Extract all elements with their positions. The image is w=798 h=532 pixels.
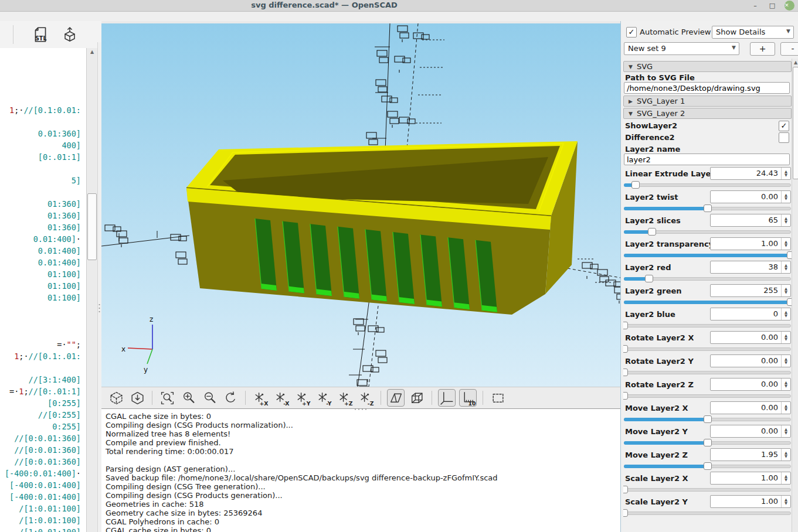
- parameter-spinbox[interactable]: 0▲▼: [710, 308, 791, 320]
- zoom-all-button[interactable]: [158, 389, 176, 407]
- spin-down-button[interactable]: ▼: [785, 197, 787, 200]
- parameter-slider[interactable]: [624, 486, 791, 493]
- console-splitter-grip[interactable]: [354, 408, 368, 410]
- parameter-spinbox[interactable]: 24.43▲▼: [710, 167, 791, 180]
- spin-down-button[interactable]: ▼: [785, 220, 787, 224]
- view-top-button[interactable]: +Z: [336, 389, 354, 407]
- parameter-slider[interactable]: [624, 204, 791, 212]
- measure-button[interactable]: [489, 389, 507, 407]
- slider-handle[interactable]: [623, 369, 628, 376]
- section-header-svg[interactable]: ▼SVG: [623, 61, 792, 72]
- parameter-spinbox[interactable]: 1.00▲▼: [710, 472, 791, 485]
- close-button[interactable]: ✕: [785, 1, 794, 11]
- details-dropdown[interactable]: Show Details ▼: [712, 26, 794, 39]
- spin-down-button[interactable]: ▼: [785, 173, 787, 177]
- section-header-svg-layer-1[interactable]: ▶SVG_Layer 1: [623, 96, 792, 107]
- customizer-scrollbar-handle[interactable]: [793, 67, 798, 179]
- parameter-slider[interactable]: [624, 251, 791, 259]
- remove-preset-button[interactable]: -: [780, 42, 798, 56]
- spin-down-button[interactable]: ▼: [785, 337, 787, 341]
- zoom-out-button[interactable]: [201, 389, 218, 407]
- text-field[interactable]: [624, 154, 790, 165]
- parameter-spinbox[interactable]: 0.00▲▼: [710, 401, 791, 414]
- add-preset-button[interactable]: +: [750, 42, 775, 56]
- show-scale-markers-button[interactable]: 10: [459, 389, 477, 407]
- slider-handle[interactable]: [704, 415, 712, 423]
- view-bottom-button[interactable]: -Z: [357, 389, 375, 407]
- parameter-slider[interactable]: [624, 228, 791, 236]
- editor-scrollbar-handle[interactable]: [87, 193, 97, 260]
- view-left-button[interactable]: -X: [273, 389, 290, 407]
- view-back-button[interactable]: +Y: [294, 389, 311, 407]
- maximize-button[interactable]: □: [768, 1, 777, 11]
- editor-scrollbar[interactable]: ▲: [86, 48, 98, 532]
- slider-handle[interactable]: [648, 228, 656, 236]
- zoom-in-button[interactable]: [179, 389, 197, 407]
- spin-down-button[interactable]: ▼: [785, 502, 787, 505]
- parameter-spinbox[interactable]: 1.00▲▼: [710, 495, 791, 508]
- slider-handle[interactable]: [623, 345, 628, 353]
- minimize-button[interactable]: –: [751, 1, 760, 11]
- scrollbar-up-arrow[interactable]: ▲: [792, 59, 798, 67]
- slider-handle[interactable]: [704, 462, 712, 470]
- parameter-spinbox[interactable]: 0.00▲▼: [710, 354, 791, 367]
- view-orthogonal-button[interactable]: [408, 389, 426, 407]
- spin-down-button[interactable]: ▼: [785, 361, 787, 364]
- parameter-spinbox[interactable]: 0.00▲▼: [710, 425, 791, 438]
- spin-down-button[interactable]: ▼: [785, 244, 787, 247]
- view-preview-button[interactable]: [107, 389, 125, 407]
- slider-handle[interactable]: [645, 275, 653, 282]
- spin-down-button[interactable]: ▼: [785, 384, 787, 388]
- view-perspective-button[interactable]: [387, 389, 405, 407]
- editor-viewport-splitter[interactable]: [97, 42, 101, 532]
- parameter-slider[interactable]: [624, 392, 791, 400]
- slider-handle[interactable]: [704, 204, 712, 212]
- slider-handle[interactable]: [787, 251, 792, 259]
- slider-handle[interactable]: [787, 298, 792, 306]
- parameter-spinbox[interactable]: 0.00▲▼: [710, 331, 791, 344]
- reset-view-button[interactable]: [222, 389, 239, 407]
- text-field[interactable]: [624, 82, 790, 94]
- export-3d-button[interactable]: [60, 25, 80, 45]
- view-render-button[interactable]: [128, 389, 146, 407]
- spin-down-button[interactable]: ▼: [785, 291, 787, 294]
- parameter-checkbox[interactable]: ✓: [779, 121, 789, 131]
- slider-handle[interactable]: [623, 509, 628, 517]
- parameter-spinbox[interactable]: 0.00▲▼: [710, 378, 791, 391]
- customizer-scrollbar[interactable]: ▲: [792, 59, 798, 532]
- spin-down-button[interactable]: ▼: [785, 478, 787, 482]
- spin-down-button[interactable]: ▼: [785, 314, 787, 318]
- parameter-spinbox[interactable]: 38▲▼: [710, 261, 791, 274]
- scrollbar-up-arrow[interactable]: ▲: [87, 48, 97, 56]
- parameter-slider[interactable]: [624, 345, 791, 353]
- parameter-spinbox[interactable]: 1.00▲▼: [710, 237, 791, 250]
- preset-combobox[interactable]: New set 9 ▼: [624, 42, 739, 55]
- parameter-spinbox[interactable]: 0.00▲▼: [710, 190, 791, 203]
- parameter-slider[interactable]: [624, 181, 791, 189]
- slider-handle[interactable]: [631, 181, 640, 189]
- export-stl-button[interactable]: STL: [30, 25, 50, 45]
- code-editor[interactable]: 1;·//[0.1:0.01: 0.01:360]400][0:.01:1] 5…: [0, 48, 86, 532]
- parameter-slider[interactable]: [624, 509, 791, 517]
- slider-handle[interactable]: [623, 392, 628, 400]
- parameter-spinbox[interactable]: 1.95▲▼: [710, 448, 791, 461]
- automatic-preview-checkbox[interactable]: ✓: [626, 27, 637, 37]
- slider-handle[interactable]: [623, 322, 628, 329]
- parameter-slider[interactable]: [624, 415, 791, 423]
- slider-handle[interactable]: [623, 486, 628, 493]
- spin-down-button[interactable]: ▼: [785, 408, 787, 411]
- console-panel[interactable]: CGAL cache size in bytes: 0Compiling des…: [101, 408, 620, 532]
- parameter-checkbox[interactable]: [779, 132, 789, 143]
- show-axes-button[interactable]: [438, 389, 456, 407]
- parameter-slider[interactable]: [624, 322, 791, 329]
- parameter-slider[interactable]: [624, 298, 791, 306]
- parameter-spinbox[interactable]: 255▲▼: [710, 284, 791, 297]
- parameter-slider[interactable]: [624, 369, 791, 376]
- spin-down-button[interactable]: ▼: [785, 431, 787, 435]
- parameter-slider[interactable]: [624, 439, 791, 446]
- spin-down-button[interactable]: ▼: [785, 455, 787, 458]
- view-front-button[interactable]: -Y: [315, 389, 332, 407]
- spin-down-button[interactable]: ▼: [785, 267, 787, 271]
- view-right-button[interactable]: +X: [252, 389, 269, 407]
- 3d-viewport[interactable]: x z y: [101, 23, 620, 387]
